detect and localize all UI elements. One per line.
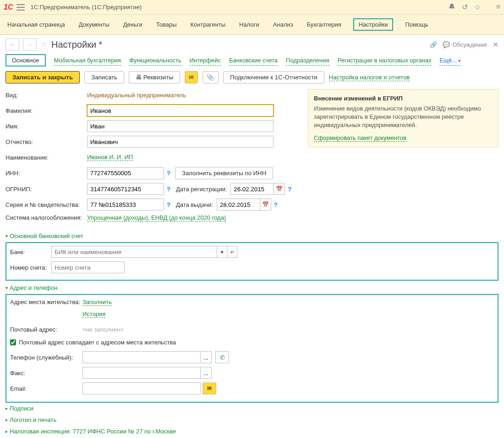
tab-mobile[interactable]: Мобильная бухгалтерия <box>54 55 121 66</box>
inn-help[interactable]: ? <box>167 170 170 177</box>
save-button[interactable]: Записать <box>84 71 124 83</box>
phone-icon: ✆ <box>220 354 225 361</box>
menu-settings[interactable]: Настройки <box>353 18 394 31</box>
link-icon[interactable]: 🔗 <box>430 41 437 48</box>
issue-date-input[interactable] <box>217 199 260 211</box>
email-button[interactable]: ✉ <box>185 71 198 83</box>
bank-open-button[interactable]: ↵ <box>227 246 237 258</box>
cert-input[interactable] <box>87 199 164 211</box>
menu-taxes[interactable]: Налоги <box>237 18 261 31</box>
menu-accounting[interactable]: Бухгалтерия <box>305 18 343 31</box>
tax-insp-section[interactable]: ▸ Налоговая инспекция: 7727 ИФНС России … <box>5 426 499 437</box>
inn-input[interactable] <box>87 167 164 179</box>
discuss-label: Обсуждение <box>452 41 487 48</box>
phone-call-button[interactable]: ✆ <box>215 351 229 363</box>
logo-section[interactable]: ▸ Логотип и печать <box>5 414 499 426</box>
email-input[interactable] <box>82 383 201 394</box>
bank-section-header[interactable]: ▾ Основной банковский счет <box>5 230 499 242</box>
menu-docs[interactable]: Документы <box>77 18 111 31</box>
tax-settings-link[interactable]: Настройка налогов и отчетов <box>329 74 410 81</box>
star-icon[interactable]: ☆ <box>474 3 481 11</box>
issue-date-cal-button[interactable]: 📅 <box>260 199 271 211</box>
print-icon: 🖶 <box>136 74 143 81</box>
tab-main[interactable]: Основное <box>5 54 46 67</box>
menu-home[interactable]: Начальная страница <box>5 18 67 31</box>
requisites-label: Реквизиты <box>143 74 173 81</box>
tax-insp-label: Налоговая инспекция: 7727 ИФНС России № … <box>10 428 176 435</box>
chevron-down-icon: ▾ <box>5 233 8 238</box>
menu-goods[interactable]: Товары <box>154 18 179 31</box>
nav-forward-button[interactable]: → <box>23 39 37 50</box>
info-link[interactable]: Сформировать пакет документов <box>314 134 406 142</box>
email-send-button[interactable]: ✉ <box>203 383 216 394</box>
save-close-button[interactable]: Записать и закрыть <box>5 71 80 83</box>
tab-tax-registrations[interactable]: Регистрации в налоговых органах <box>338 55 432 66</box>
phone-dots-button[interactable]: ... <box>201 351 212 363</box>
reg-date-cal-button[interactable]: 📅 <box>274 183 285 195</box>
tab-interface[interactable]: Интерфейс <box>190 55 221 66</box>
name-input[interactable] <box>87 120 274 132</box>
menu-filter-icon[interactable]: ≡ <box>496 3 500 11</box>
cert-help[interactable]: ? <box>167 201 170 208</box>
fax-input[interactable] <box>82 367 201 379</box>
connect-reporting-button[interactable]: Подключение к 1С-Отчетности <box>223 71 324 83</box>
hamburger-icon[interactable] <box>16 4 25 11</box>
same-address-checkbox[interactable] <box>10 339 16 345</box>
tab-bank-accounts[interactable]: Банковские счета <box>229 55 278 66</box>
signatures-label: Подписи <box>10 405 33 412</box>
main-menu: Начальная страница Документы Деньги Това… <box>0 15 504 35</box>
fax-dots-button[interactable]: ... <box>201 367 212 379</box>
menu-analysis[interactable]: Анализ <box>271 18 295 31</box>
acct-input[interactable] <box>51 261 125 273</box>
phone-input[interactable] <box>82 351 201 363</box>
menu-counterparties[interactable]: Контрагенты <box>189 18 228 31</box>
nav-back-button[interactable]: ← <box>5 39 19 50</box>
info-box: Внесение изменений в ЕГРИП Изменение вид… <box>308 89 499 147</box>
inn-label: ИНН: <box>5 170 87 177</box>
bank-label: Банк: <box>10 249 51 255</box>
logo-label: Логотип и печать <box>10 416 56 423</box>
addr-history-link[interactable]: История <box>82 310 105 318</box>
address-box: Адрес места жительства: Заполнить Истори… <box>5 294 499 403</box>
ogrnip-help[interactable]: ? <box>167 186 170 193</box>
issue-date-help[interactable]: ? <box>274 201 278 208</box>
tabs-bar: Основное Мобильная бухгалтерия Функциона… <box>0 54 504 71</box>
address-header-label: Адрес и телефон <box>10 284 57 291</box>
fill-by-inn-button[interactable]: Заполнить реквизиты по ИНН <box>175 167 273 179</box>
email-label: Email: <box>10 385 82 392</box>
vid-value: Индивидуальный предприниматель <box>87 92 186 99</box>
tab-more[interactable]: Ещё... <box>439 55 460 66</box>
menu-money[interactable]: Деньги <box>121 18 144 31</box>
bell-icon[interactable]: 🔔︎ <box>448 3 455 11</box>
chevron-down-icon: ▾ <box>5 285 8 290</box>
discuss-button[interactable]: 💬 Обсуждение <box>443 41 487 48</box>
title-link[interactable]: Иванов И. И. ИП <box>87 154 133 161</box>
address-section-header[interactable]: ▾ Адрес и телефон <box>5 282 499 294</box>
tab-functionality[interactable]: Функциональность <box>129 55 181 66</box>
requisites-button[interactable]: 🖶 Реквизиты <box>129 71 180 83</box>
patronymic-input[interactable] <box>87 136 274 148</box>
chevron-right-icon: ▸ <box>5 406 8 411</box>
close-icon[interactable]: ✕ <box>493 40 499 49</box>
fax-label: Факс: <box>10 370 82 377</box>
addr-fill-link[interactable]: Заполнить <box>82 299 112 306</box>
tax-system-label: Система налогообложения: <box>5 214 87 221</box>
reg-date-input[interactable] <box>230 183 274 195</box>
app-title: 1С:Предприниматель (1С:Предприятие) <box>30 4 448 11</box>
surname-input[interactable] <box>87 105 274 116</box>
chat-icon: 💬 <box>443 41 450 48</box>
ogrnip-input[interactable] <box>87 183 164 195</box>
attach-button[interactable]: 📎 <box>203 71 219 83</box>
history-icon[interactable]: ↺ <box>462 3 468 11</box>
same-address-label: Почтовый адрес совпадает с адресом места… <box>19 339 176 346</box>
tab-divisions[interactable]: Подразделения <box>286 55 329 66</box>
phone-label: Телефон (служебный): <box>10 354 82 361</box>
favorite-icon[interactable]: ☆ <box>40 39 48 50</box>
signatures-section[interactable]: ▸ Подписи <box>5 403 499 414</box>
bank-header-label: Основной банковский счет <box>10 233 83 239</box>
tax-system-link[interactable]: Упрощенная (доходы), ЕНВД (до конца 2020… <box>87 214 226 222</box>
reg-date-help[interactable]: ? <box>288 186 291 193</box>
menu-help[interactable]: Помощь <box>403 18 430 31</box>
bank-input[interactable] <box>51 246 217 258</box>
bank-dropdown-button[interactable]: ▾ <box>217 246 227 258</box>
